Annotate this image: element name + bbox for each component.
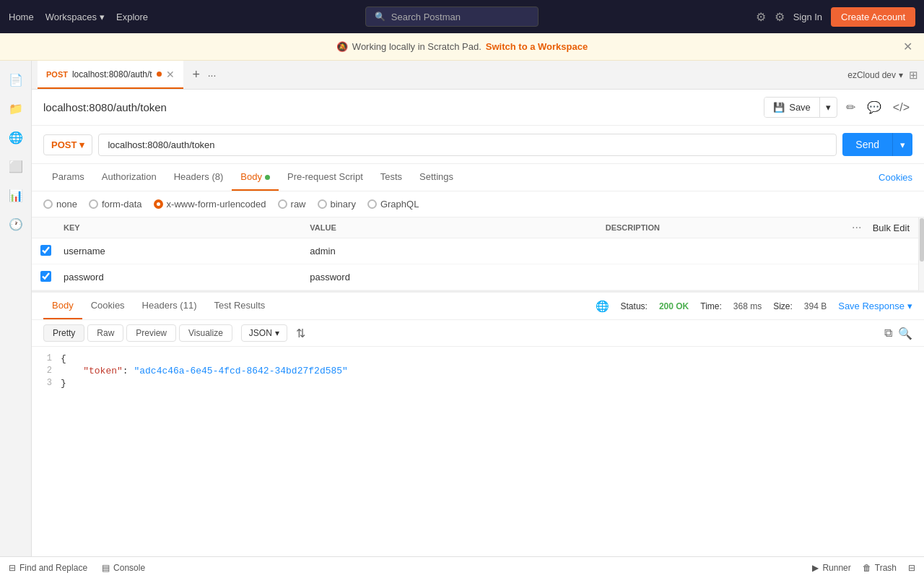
workspace-selector[interactable]: ezCloud dev ▾ xyxy=(847,70,903,80)
response-area: Body Cookies Headers (11) Test Results 🌐… xyxy=(32,290,924,556)
new-tab-button[interactable]: + xyxy=(186,65,206,85)
tab-settings[interactable]: Settings xyxy=(411,164,462,191)
format-visualize-button[interactable]: Visualize xyxy=(179,324,232,342)
chevron-down-icon: ▾ xyxy=(100,12,105,22)
content-area: POST localhost:8080/auth/t ✕ + ··· ezClo… xyxy=(32,61,924,556)
radio-binary xyxy=(318,199,327,209)
kv-more-icon[interactable]: ··· xyxy=(852,221,861,234)
radio-raw xyxy=(278,199,287,209)
status-badge: 200 OK xyxy=(659,301,689,311)
sidebar-new-icon[interactable]: 📄 xyxy=(3,66,29,92)
body-active-dot xyxy=(265,175,270,180)
layout-toggle-button[interactable]: ⊟ xyxy=(908,563,915,573)
search-icon: 🔍 xyxy=(375,12,385,22)
sidebar-monitors-icon[interactable]: 📊 xyxy=(3,182,29,208)
save-response-button[interactable]: Save Response ▾ xyxy=(838,301,912,311)
json-key-token: "token" xyxy=(83,366,123,376)
layout-icon: ⊟ xyxy=(908,563,915,573)
kv-scroll-thumb[interactable] xyxy=(920,218,924,262)
status-label: Status: xyxy=(621,301,648,311)
bottom-bar: ⊟ Find and Replace ▤ Console ▶ Runner 🗑 … xyxy=(0,556,924,578)
settings-icon[interactable]: ⚙ xyxy=(775,10,785,24)
resp-tab-body[interactable]: Body xyxy=(43,293,82,319)
kv-scrollbar[interactable] xyxy=(918,217,924,290)
radio-none xyxy=(43,199,53,209)
tab-headers[interactable]: Headers (8) xyxy=(165,164,232,191)
banner-link[interactable]: Switch to a Workspace xyxy=(486,41,588,52)
trash-button[interactable]: 🗑 Trash xyxy=(863,563,897,573)
format-pretty-button[interactable]: Pretty xyxy=(43,324,84,342)
comment-icon[interactable]: 💬 xyxy=(864,98,884,117)
row1-checkbox[interactable] xyxy=(40,245,51,256)
save-dropdown-button[interactable]: ▾ xyxy=(819,98,837,117)
line-num-3: 3 xyxy=(32,378,61,388)
sidebar-environments-icon[interactable]: 🌐 xyxy=(3,124,29,150)
nav-home[interactable]: Home xyxy=(9,12,34,22)
edit-icon[interactable]: ✏ xyxy=(843,98,858,117)
nav-explore[interactable]: Explore xyxy=(116,12,148,22)
workspace-name: ezCloud dev xyxy=(847,70,896,80)
row1-value[interactable]: admin xyxy=(310,246,606,256)
sidebar-history-icon[interactable]: 🕐 xyxy=(3,211,29,237)
tab-authorization[interactable]: Authorization xyxy=(93,164,165,191)
request-tab[interactable]: POST localhost:8080/auth/t ✕ xyxy=(38,61,183,89)
body-none[interactable]: none xyxy=(43,199,77,210)
save-button[interactable]: 💾 Save xyxy=(764,98,819,117)
body-raw[interactable]: raw xyxy=(278,199,306,210)
sidebar-collections-icon[interactable]: 📁 xyxy=(3,95,29,121)
resp-tab-test-results[interactable]: Test Results xyxy=(205,293,274,319)
search-bar[interactable]: 🔍 Search Postman xyxy=(365,7,539,27)
row2-key[interactable]: password xyxy=(64,272,310,282)
row1-key[interactable]: username xyxy=(64,246,310,256)
cookies-link[interactable]: Cookies xyxy=(879,172,912,183)
sign-in-button[interactable]: Sign In xyxy=(793,12,822,22)
tab-params[interactable]: Params xyxy=(43,164,93,191)
kv-table-scroll: KEY VALUE DESCRIPTION ··· Bulk Edit user… xyxy=(32,217,918,290)
resp-tab-cookies[interactable]: Cookies xyxy=(82,293,134,319)
row2-checkbox[interactable] xyxy=(40,271,51,282)
console-button[interactable]: ▤ Console xyxy=(102,563,145,573)
chevron-down-icon: ▾ xyxy=(275,328,279,338)
save-icon: 💾 xyxy=(773,102,785,113)
find-replace-button[interactable]: ⊟ Find and Replace xyxy=(9,563,87,573)
radio-x-www-form-urlencoded xyxy=(154,199,163,209)
console-icon: ▤ xyxy=(102,563,110,573)
layout-icon[interactable]: ⊞ xyxy=(909,69,918,82)
response-code-view[interactable]: 1 { 2 "token": "adc4c46a-6e45-4fcd-8642-… xyxy=(32,347,924,556)
close-icon[interactable]: ✕ xyxy=(903,40,912,53)
tab-pre-request[interactable]: Pre-request Script xyxy=(279,164,372,191)
body-x-www-form-urlencoded[interactable]: x-www-form-urlencoded xyxy=(154,199,266,210)
collaborate-icon[interactable]: ⚙ xyxy=(756,10,766,24)
send-button[interactable]: Send xyxy=(842,133,892,156)
method-selector[interactable]: POST ▾ xyxy=(43,134,92,155)
tab-tests[interactable]: Tests xyxy=(372,164,411,191)
nav-workspaces[interactable]: Workspaces ▾ xyxy=(45,12,105,22)
filter-icon[interactable]: ⇅ xyxy=(296,327,305,340)
tab-close-icon[interactable]: ✕ xyxy=(166,69,175,80)
format-raw-button[interactable]: Raw xyxy=(87,324,123,342)
tabs-more-icon[interactable]: ··· xyxy=(208,69,217,81)
kv-header-key: KEY xyxy=(64,217,310,238)
request-tabs-row: Params Authorization Headers (8) Body Pr… xyxy=(32,164,924,191)
create-account-button[interactable]: Create Account xyxy=(831,7,915,27)
resp-tab-headers[interactable]: Headers (11) xyxy=(134,293,206,319)
format-type-selector[interactable]: JSON ▾ xyxy=(241,324,287,342)
tab-body[interactable]: Body xyxy=(232,164,279,191)
bulk-edit-button[interactable]: Bulk Edit xyxy=(873,223,910,233)
response-actions: ⧉ 🔍 xyxy=(884,327,912,340)
send-dropdown-button[interactable]: ▾ xyxy=(892,133,912,156)
url-input[interactable] xyxy=(98,134,837,156)
body-form-data[interactable]: form-data xyxy=(89,199,142,210)
response-tabs-row: Body Cookies Headers (11) Test Results 🌐… xyxy=(32,293,924,320)
banner: 🔕 Working locally in Scratch Pad. Switch… xyxy=(0,33,924,61)
format-preview-button[interactable]: Preview xyxy=(126,324,176,342)
runner-button[interactable]: ▶ Runner xyxy=(812,563,850,573)
body-binary[interactable]: binary xyxy=(318,199,356,210)
radio-form-data xyxy=(89,199,98,209)
search-response-icon[interactable]: 🔍 xyxy=(898,327,912,340)
code-icon[interactable]: </> xyxy=(890,98,912,117)
sidebar-mocks-icon[interactable]: ⬜ xyxy=(3,153,29,179)
copy-icon[interactable]: ⧉ xyxy=(884,327,892,340)
body-graphql[interactable]: GraphQL xyxy=(367,199,419,210)
row2-value[interactable]: password xyxy=(310,272,606,282)
